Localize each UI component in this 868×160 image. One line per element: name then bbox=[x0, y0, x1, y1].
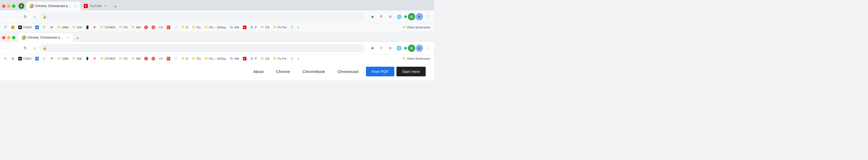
bm2-other-bookmarks[interactable]: 📁 Other Bookmarks bbox=[401, 56, 432, 62]
bookmark-cb-folder[interactable]: 📁 CB bbox=[259, 24, 271, 31]
bookmark-gp[interactable]: G P bbox=[249, 24, 258, 31]
bookmark-page[interactable]: 📄 bbox=[173, 24, 179, 31]
bookmark-more[interactable]: » bbox=[296, 24, 301, 31]
bm2-sheets[interactable]: ☷ bbox=[41, 56, 48, 62]
bookmark-gma[interactable]: 📁 GMA bbox=[56, 24, 70, 31]
bm2-cb[interactable]: CB bbox=[157, 56, 164, 62]
bookmark-l[interactable]: L bbox=[143, 24, 150, 31]
bm2-more[interactable]: » bbox=[296, 56, 301, 62]
bookmark-pocket[interactable]: ▼ bbox=[91, 24, 98, 31]
bm2-aw-google[interactable]: G AW bbox=[228, 56, 241, 62]
bm2-page[interactable]: 📄 bbox=[173, 56, 179, 62]
reload-button-1[interactable]: ↻ bbox=[21, 12, 29, 21]
bm2-pocket[interactable]: ▼ bbox=[91, 56, 98, 62]
minimize-button-2[interactable] bbox=[7, 36, 10, 39]
menu-button-2[interactable]: ⋮ bbox=[424, 44, 432, 52]
bm2-gma[interactable]: 📁 GMA bbox=[56, 56, 70, 62]
pocket-button-1[interactable]: P bbox=[377, 12, 385, 21]
nav-link-about[interactable]: About bbox=[248, 67, 269, 76]
sidebar-button-2[interactable]: ⚙ bbox=[386, 44, 394, 52]
close-button-2[interactable] bbox=[2, 36, 5, 39]
bm2-aw[interactable]: 📁 AW bbox=[130, 56, 142, 62]
menu-button-1[interactable]: ⋮ bbox=[424, 12, 432, 21]
bm2-fl[interactable]: FL bbox=[165, 56, 172, 62]
bm2-cb-folder[interactable]: 📁 CB bbox=[259, 56, 271, 62]
home-button-2[interactable]: ⌂ bbox=[30, 44, 39, 52]
bm2-g[interactable]: G bbox=[150, 56, 157, 62]
pocket-button-2[interactable]: P bbox=[377, 44, 385, 52]
bookmark-sheets[interactable]: ☷ bbox=[41, 24, 48, 31]
bookmark-gmail[interactable]: ✉ bbox=[48, 24, 55, 31]
tab-youtube[interactable]: YouTube × bbox=[81, 2, 111, 10]
bookmark-todo[interactable]: ■ TODO bbox=[17, 24, 33, 31]
translate-button-1[interactable]: 🌐 bbox=[395, 12, 403, 21]
start-here-button[interactable]: Start Here bbox=[397, 67, 426, 76]
tab-close-chrome[interactable]: × bbox=[73, 4, 78, 8]
profile-icon-2[interactable]: G bbox=[408, 44, 415, 52]
bm2-youtube[interactable] bbox=[241, 56, 248, 62]
bookmark-other-bookmarks[interactable]: 📁 Other Bookmarks bbox=[401, 24, 432, 31]
tab-chrome[interactable]: Chrome, Chromecast and Chr… × bbox=[26, 2, 81, 10]
profile-icon-1[interactable]: G bbox=[408, 13, 415, 20]
bm2-o[interactable]: 📁 O bbox=[180, 56, 190, 62]
bookmark-pix10[interactable]: 📁 Pix – 10/Day bbox=[203, 24, 228, 31]
bookmark-reddit[interactable]: 😵 bbox=[9, 24, 16, 31]
star-button-2[interactable]: ★ bbox=[368, 44, 377, 52]
bookmark-pix[interactable]: 📁 Pix bbox=[190, 24, 203, 31]
bookmark-kw[interactable]: 📁 KW bbox=[71, 24, 84, 31]
tab-close-youtube[interactable]: × bbox=[103, 4, 107, 8]
bm2-pxpvt[interactable]: 📁 Px Pvt bbox=[272, 56, 288, 62]
sidebar-button-1[interactable]: ⚙ bbox=[386, 12, 394, 21]
bm2-kw[interactable]: 📁 KW bbox=[71, 56, 84, 62]
bookmark-whatsapp[interactable]: 📱 bbox=[84, 24, 91, 31]
bookmark-g[interactable]: G bbox=[150, 24, 157, 31]
reload-button-2[interactable]: ↻ bbox=[21, 44, 29, 52]
minimize-button[interactable] bbox=[7, 4, 10, 8]
bookmark-fl[interactable]: FL bbox=[165, 24, 172, 31]
nav-link-chrome[interactable]: Chrome bbox=[271, 67, 295, 76]
bm2-calendar[interactable]: 18 bbox=[34, 56, 40, 62]
bm2-pix[interactable]: 📁 Pix bbox=[190, 56, 203, 62]
back-button-2[interactable]: ← bbox=[2, 44, 10, 52]
bm2-l[interactable]: L bbox=[143, 56, 150, 62]
new-tab-button-2[interactable]: + bbox=[74, 35, 81, 42]
extension-icon[interactable]: S bbox=[19, 3, 24, 9]
maximize-button[interactable] bbox=[12, 4, 16, 8]
bookmark-cb[interactable]: CB bbox=[157, 24, 164, 31]
close-button[interactable] bbox=[2, 4, 5, 8]
bookmark-sheets2[interactable]: ☷ bbox=[288, 24, 295, 31]
bm2-gmail[interactable]: ✉ bbox=[48, 56, 55, 62]
nav-link-chromebook[interactable]: Chromebook bbox=[297, 67, 330, 76]
bm2-todo[interactable]: ■ TODO bbox=[17, 56, 33, 62]
bm2-pix10[interactable]: 📁 Pix – 10/Day bbox=[203, 56, 228, 62]
bm2-gp[interactable]: G P bbox=[249, 56, 258, 62]
nav-link-chromecast[interactable]: Chromecast bbox=[332, 67, 364, 76]
bm2-sidebar[interactable]: ☷ bbox=[2, 56, 9, 62]
bm2-ps[interactable]: 📁 PS bbox=[117, 56, 129, 62]
back-button-1[interactable]: ← bbox=[2, 12, 10, 21]
bookmark-ps[interactable]: 📁 PS bbox=[117, 24, 129, 31]
bookmark-other[interactable]: 📁 OTHER bbox=[99, 24, 117, 31]
forward-button-2[interactable]: → bbox=[11, 44, 20, 52]
tab-close-chrome-2[interactable]: × bbox=[65, 35, 70, 40]
tab-chrome-2[interactable]: Chrome, Chromecast and Chr… × bbox=[19, 33, 73, 42]
home-button-1[interactable]: ⌂ bbox=[30, 12, 39, 21]
forward-button-1[interactable]: → bbox=[11, 12, 20, 21]
account-icon-1[interactable]: K bbox=[416, 13, 423, 20]
address-bar-2[interactable]: 🔒 bbox=[40, 44, 365, 52]
maximize-button-2[interactable] bbox=[12, 36, 16, 39]
bookmark-youtube[interactable] bbox=[241, 24, 248, 31]
free-pdf-button[interactable]: Free PDF bbox=[366, 67, 394, 76]
bookmark-aw-google[interactable]: G AW bbox=[228, 24, 241, 31]
bm2-reddit[interactable]: ◎ bbox=[9, 56, 16, 62]
bookmark-calendar[interactable]: 18 bbox=[34, 24, 40, 31]
translate-button-2[interactable]: 🌐 bbox=[395, 44, 403, 52]
bm2-whatsapp[interactable]: 📱 bbox=[84, 56, 91, 62]
bookmark-pxpvt[interactable]: 📁 Px Pvt bbox=[272, 24, 288, 31]
bm2-sheets2[interactable]: ☷ bbox=[288, 56, 295, 62]
bm2-other[interactable]: 📁 OTHER bbox=[99, 56, 117, 62]
bookmark-o[interactable]: 📁 O bbox=[180, 24, 190, 31]
bookmark-aw[interactable]: 📁 AW bbox=[130, 24, 142, 31]
bookmark-sidebar[interactable]: ☷ bbox=[2, 24, 9, 31]
account-icon-2[interactable]: K bbox=[416, 44, 423, 52]
